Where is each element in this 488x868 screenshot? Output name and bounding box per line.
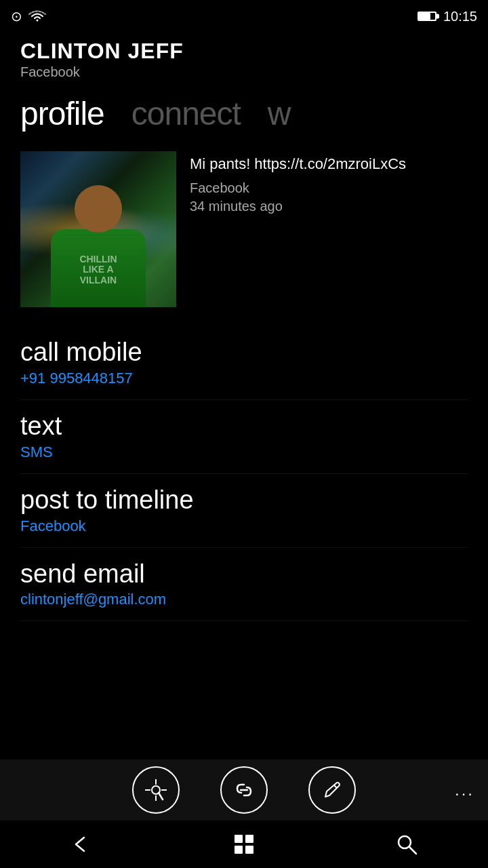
windows-icon bbox=[232, 832, 256, 856]
pin-button[interactable] bbox=[132, 766, 180, 814]
action-text[interactable]: text SMS bbox=[20, 400, 468, 474]
action-call-value[interactable]: +91 9958448157 bbox=[20, 370, 468, 387]
link-icon bbox=[232, 778, 256, 802]
svg-rect-9 bbox=[235, 846, 243, 854]
search-button[interactable] bbox=[394, 832, 419, 856]
status-right: 10:15 bbox=[418, 9, 477, 24]
pin-icon bbox=[144, 778, 168, 802]
svg-line-6 bbox=[334, 785, 337, 788]
post-content: Mi pants! https://t.co/2mzroiLxCs Facebo… bbox=[190, 151, 468, 214]
post-section: CHILLINLIKE AVILLAIN Mi pants! https://t… bbox=[0, 132, 488, 326]
tab-profile[interactable]: profile bbox=[20, 95, 104, 132]
status-left: ⊙ bbox=[11, 8, 47, 24]
post-text: Mi pants! https://t.co/2mzroiLxCs bbox=[190, 154, 468, 175]
action-call-mobile[interactable]: call mobile +91 9958448157 bbox=[20, 326, 468, 400]
action-post-value[interactable]: Facebook bbox=[20, 517, 468, 535]
contact-header: CLINTON JEFF Facebook bbox=[0, 33, 488, 84]
avast-icon: ⊙ bbox=[11, 8, 22, 24]
tab-navigation: profile connect w bbox=[0, 84, 488, 132]
action-send-email[interactable]: send email clintonjeff@gmail.com bbox=[20, 548, 468, 622]
post-time: 34 minutes ago bbox=[190, 199, 468, 214]
profile-photo[interactable]: CHILLINLIKE AVILLAIN bbox=[20, 151, 176, 307]
contact-name: CLINTON JEFF bbox=[20, 39, 468, 63]
clock: 10:15 bbox=[443, 9, 477, 24]
actions-list: call mobile +91 9958448157 text SMS post… bbox=[0, 326, 488, 621]
action-post-timeline[interactable]: post to timeline Facebook bbox=[20, 474, 468, 548]
svg-rect-8 bbox=[245, 835, 253, 843]
bottom-toolbar: ... bbox=[0, 760, 488, 821]
back-icon bbox=[69, 832, 94, 856]
battery-icon bbox=[418, 12, 436, 21]
home-button[interactable] bbox=[232, 832, 256, 856]
action-email-label: send email bbox=[20, 560, 468, 589]
bottom-nav bbox=[0, 821, 488, 868]
post-platform: Facebook bbox=[190, 180, 468, 196]
link-button[interactable] bbox=[220, 766, 268, 814]
edit-button[interactable] bbox=[308, 766, 356, 814]
action-call-label: call mobile bbox=[20, 338, 468, 367]
tab-w[interactable]: w bbox=[268, 95, 291, 132]
wifi-icon bbox=[28, 9, 47, 23]
action-text-label: text bbox=[20, 412, 468, 441]
action-text-value[interactable]: SMS bbox=[20, 443, 468, 461]
edit-icon bbox=[320, 778, 344, 802]
tab-connect[interactable]: connect bbox=[131, 95, 241, 132]
search-icon bbox=[394, 832, 419, 856]
back-button[interactable] bbox=[69, 832, 94, 856]
status-bar: ⊙ 10:15 bbox=[0, 0, 488, 33]
more-button[interactable]: ... bbox=[455, 781, 474, 800]
action-post-label: post to timeline bbox=[20, 486, 468, 515]
svg-line-12 bbox=[409, 847, 416, 854]
svg-rect-10 bbox=[245, 846, 253, 854]
action-email-value[interactable]: clintonjeff@gmail.com bbox=[20, 591, 468, 608]
svg-rect-7 bbox=[235, 835, 243, 843]
contact-source: Facebook bbox=[20, 64, 468, 80]
